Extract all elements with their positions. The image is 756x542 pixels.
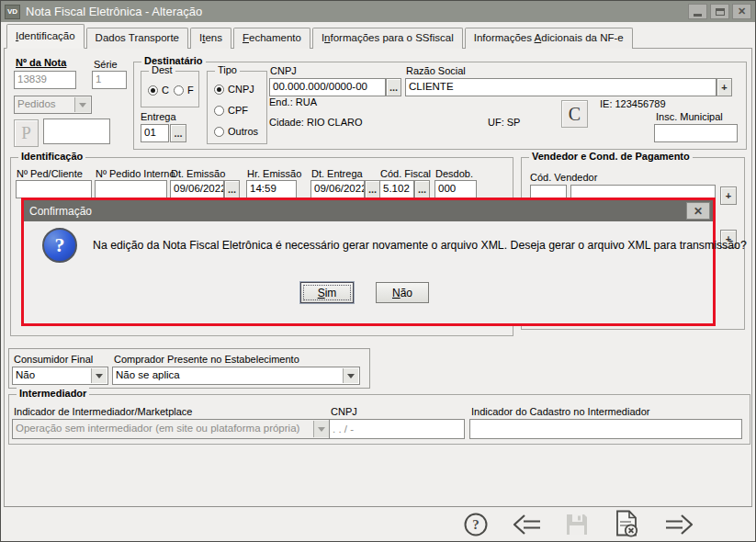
dest-label: Dest	[149, 64, 175, 75]
cadastro-intermediador-field[interactable]	[469, 419, 742, 439]
tab-fechamento[interactable]: Fechamento	[233, 28, 310, 49]
dt-entrega-field[interactable]: 09/06/2022	[310, 180, 365, 198]
serie-field[interactable]: 1	[92, 71, 127, 89]
vendedor-title: Vendedor e Cond. de Pagamento	[529, 151, 693, 162]
close-icon: ✕	[694, 205, 703, 218]
nota-numero-label: Nº da Nota	[16, 57, 66, 68]
yes-button[interactable]: Sim	[300, 282, 354, 303]
dt-emissao-field[interactable]: 09/06/2022	[170, 180, 224, 198]
vendedor-add-button[interactable]: +	[720, 186, 737, 205]
tab-dados-transporte[interactable]: Dados Transporte	[86, 28, 188, 49]
tab-informacoes-ssfiscal[interactable]: Informações para o SSfiscal	[312, 28, 463, 49]
radio-dest-f[interactable]: F	[174, 85, 194, 96]
radio-tipo-outros[interactable]: Outros	[214, 126, 258, 137]
endereco-text: End.: RUA	[269, 96, 317, 107]
forward-arrow-icon[interactable]	[663, 513, 694, 540]
bottom-toolbar: ?	[4, 506, 752, 538]
question-icon: ?	[42, 228, 77, 263]
desdob-field[interactable]: 000	[434, 180, 477, 198]
radio-off-icon	[174, 85, 184, 96]
indicador-intermediador-combobox[interactable]: Operação sem intermediador (em site ou p…	[12, 419, 331, 439]
window-title: Nota Fiscal Eletrônica - Alteração	[26, 5, 202, 18]
tab-bar: Identificação Dados Transporte Itens Fec…	[6, 24, 635, 49]
cnpj-field[interactable]: 00.000.000/0000-00	[269, 78, 386, 96]
comprador-presente-combobox[interactable]: Não se aplica	[112, 367, 360, 385]
ped-cliente-field[interactable]	[16, 180, 92, 198]
cancel-document-icon[interactable]	[613, 510, 640, 542]
c-button[interactable]: C	[561, 100, 588, 128]
back-arrow-icon[interactable]	[512, 513, 543, 540]
razao-add-button[interactable]: +	[717, 78, 732, 96]
radio-dest-c[interactable]: C	[148, 85, 169, 96]
entrega-label: Entrega	[141, 111, 176, 122]
cadastro-intermediador-label: Indicador do Cadastro no Intermediador	[471, 406, 649, 417]
intermediador-title: Intermediador	[17, 388, 89, 399]
intermediador-cnpj-field[interactable]: . . / -	[329, 419, 465, 439]
close-button[interactable]: ✕	[732, 4, 751, 19]
help-icon[interactable]: ?	[463, 512, 489, 541]
app-window: VD Nota Fiscal Eletrônica - Alteração ✕ …	[0, 0, 756, 542]
comprador-presente-label: Comprador Presente no Estabelecimento	[114, 354, 299, 365]
razao-social-field[interactable]: CLIENTE	[405, 78, 717, 96]
radio-tipo-cnpj[interactable]: CNPJ	[214, 84, 254, 95]
dialog-message: Na edição da Nota Fiscal Eletrônica é ne…	[93, 239, 747, 252]
cod-fiscal-field[interactable]: 5.102	[379, 180, 414, 198]
razao-social-label: Razão Social	[406, 65, 466, 76]
app-icon: VD	[5, 5, 20, 19]
tab-itens[interactable]: Itens	[190, 28, 231, 49]
indicador-intermediador-label: Indicador de Intermediador/Marketplace	[14, 406, 192, 417]
radio-on-icon	[214, 85, 224, 95]
radio-on-icon	[148, 85, 158, 96]
dt-emissao-label: Dt. Emissão	[171, 168, 225, 179]
entrega-lookup-button[interactable]: ...	[170, 124, 186, 142]
close-icon: ✕	[738, 6, 746, 17]
dt-emissao-calendar-button[interactable]: ...	[224, 180, 240, 198]
minimize-icon	[694, 14, 702, 17]
hr-emissao-field[interactable]: 14:59	[246, 180, 297, 198]
uf-text: UF: SP	[488, 117, 520, 128]
maximize-icon	[716, 8, 725, 16]
p-button[interactable]: P	[14, 119, 39, 147]
dialog-titlebar: Confirmação	[24, 200, 713, 221]
dt-entrega-label: Dt. Entrega	[311, 168, 363, 179]
entrega-field[interactable]: 01	[141, 124, 169, 142]
radio-off-icon	[214, 106, 224, 116]
insc-municipal-field[interactable]	[654, 124, 738, 142]
desdob-label: Desdob.	[435, 168, 473, 179]
no-button[interactable]: Não	[376, 282, 429, 303]
cnpj-lookup-button[interactable]: ...	[386, 78, 401, 96]
ie-text: IE: 123456789	[600, 98, 666, 109]
minimize-button[interactable]	[688, 4, 707, 19]
svg-text:?: ?	[472, 517, 480, 532]
pedido-interno-field[interactable]	[95, 180, 167, 198]
pedidos-combobox[interactable]: Pedidos	[14, 96, 92, 114]
confirmation-dialog: Confirmação ✕ ? Na edição da Nota Fiscal…	[21, 198, 716, 326]
cod-vendedor-label: Cód. Vendedor	[530, 172, 597, 183]
dt-entrega-calendar-button[interactable]: ...	[365, 180, 380, 198]
cidade-text: Cidade: RIO CLARO	[269, 117, 362, 128]
cod-fiscal-label: Cód. Fiscal	[380, 168, 431, 179]
pedido-interno-label: Nº Pedido Interno	[96, 168, 175, 179]
dropdown-arrow-icon[interactable]	[74, 97, 90, 112]
hr-emissao-label: Hr. Emissão	[247, 168, 301, 179]
dropdown-arrow-icon[interactable]	[343, 368, 358, 383]
tab-informacoes-adicionais[interactable]: Informações Adicionais da NF-e	[465, 28, 633, 49]
nota-aux-field[interactable]	[43, 119, 110, 144]
dropdown-arrow-icon[interactable]	[313, 421, 329, 437]
ped-cliente-label: Nº Ped/Cliente	[17, 168, 83, 179]
nota-numero-field[interactable]: 13839	[14, 71, 76, 89]
dropdown-arrow-icon[interactable]	[91, 368, 107, 383]
radio-tipo-cpf[interactable]: CPF	[214, 105, 248, 116]
tab-identificacao[interactable]: Identificação	[6, 24, 85, 49]
save-icon[interactable]	[565, 513, 589, 540]
dialog-close-button[interactable]: ✕	[686, 202, 710, 220]
intermediador-cnpj-label: CNPJ	[331, 406, 357, 417]
titlebar: VD Nota Fiscal Eletrônica - Alteração ✕	[1, 1, 755, 22]
maximize-button[interactable]	[710, 4, 729, 19]
cnpj-label: CNPJ	[270, 65, 297, 76]
dialog-title: Confirmação	[29, 205, 92, 218]
cod-fiscal-lookup-button[interactable]: ...	[414, 180, 430, 198]
consumidor-final-combobox[interactable]: Não	[12, 367, 108, 385]
tipo-label: Tipo	[215, 64, 240, 75]
consumidor-final-label: Consumidor Final	[14, 354, 93, 365]
